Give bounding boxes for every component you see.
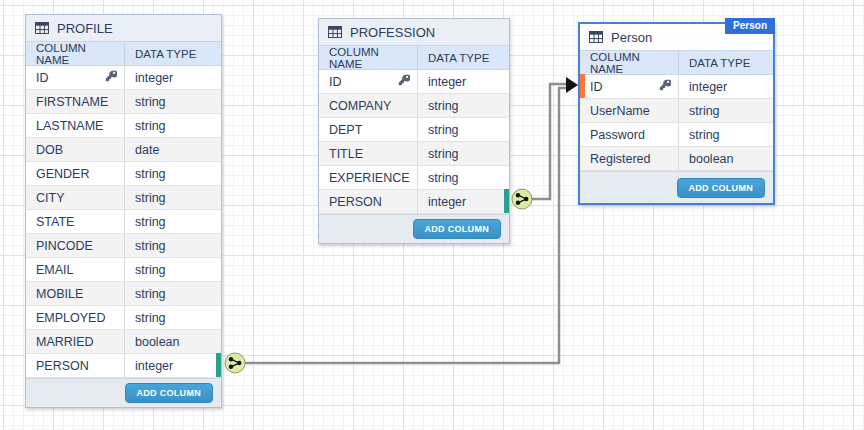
header-column-name: COLUMN NAME	[580, 51, 679, 74]
column-name: STATE	[36, 215, 74, 229]
column-name: TITLE	[329, 147, 363, 161]
table-card-profession[interactable]: PROFESSIONCOLUMN NAMEDATA TYPEIDintegerC…	[318, 18, 510, 244]
column-data-type: string	[418, 118, 509, 141]
header-data-type: DATA TYPE	[679, 51, 773, 74]
table-icon	[589, 31, 603, 43]
column-row-pincode[interactable]: PINCODEstring	[26, 234, 221, 258]
table-title-bar[interactable]: PROFILE	[26, 15, 221, 42]
table-title-bar[interactable]: PROFESSION	[319, 19, 509, 46]
column-row-dob[interactable]: DOBdate	[26, 138, 221, 162]
column-data-type: boolean	[679, 147, 773, 170]
column-name: UserName	[590, 104, 650, 118]
table-column-headers: COLUMN NAMEDATA TYPE	[319, 46, 509, 70]
column-data-type: string	[125, 210, 221, 233]
table-title: PROFESSION	[350, 25, 435, 40]
table-footer: ADD COLUMN	[26, 378, 221, 407]
column-name: PERSON	[329, 195, 382, 209]
column-row-person[interactable]: PERSONinteger	[319, 190, 509, 214]
column-data-type: string	[125, 306, 221, 329]
column-row-experience[interactable]: EXPERIENCEstring	[319, 166, 509, 190]
column-row-id[interactable]: IDinteger	[580, 75, 773, 99]
header-column-name: COLUMN NAME	[26, 42, 125, 65]
column-data-type: string	[679, 123, 773, 146]
column-data-type: integer	[125, 66, 221, 89]
column-name: DEPT	[329, 123, 362, 137]
column-data-type: date	[125, 138, 221, 161]
column-row-person[interactable]: PERSONinteger	[26, 354, 221, 378]
column-row-registered[interactable]: Registeredboolean	[580, 147, 773, 171]
column-data-type: integer	[418, 190, 509, 213]
column-name: GENDER	[36, 167, 89, 181]
column-data-type: string	[125, 258, 221, 281]
header-data-type: DATA TYPE	[125, 42, 221, 65]
column-name: FIRSTNAME	[36, 95, 108, 109]
column-row-password[interactable]: Passwordstring	[580, 123, 773, 147]
primary-key-icon	[659, 79, 671, 94]
add-column-button[interactable]: ADD COLUMN	[125, 383, 214, 403]
column-name: COMPANY	[329, 99, 391, 113]
add-column-button[interactable]: ADD COLUMN	[413, 219, 502, 239]
table-card-profile[interactable]: PROFILECOLUMN NAMEDATA TYPEIDintegerFIRS…	[25, 14, 222, 408]
column-data-type: string	[125, 282, 221, 305]
column-row-id[interactable]: IDinteger	[319, 70, 509, 94]
column-name: EXPERIENCE	[329, 171, 410, 185]
column-name: EMAIL	[36, 263, 74, 277]
foreign-key-marker[interactable]	[504, 189, 509, 213]
column-row-title[interactable]: TITLEstring	[319, 142, 509, 166]
column-name: CITY	[36, 191, 64, 205]
column-row-firstname[interactable]: FIRSTNAMEstring	[26, 90, 221, 114]
column-data-type: string	[418, 166, 509, 189]
column-data-type: string	[125, 90, 221, 113]
column-row-gender[interactable]: GENDERstring	[26, 162, 221, 186]
connector-node-profile[interactable]	[225, 353, 245, 373]
column-row-lastname[interactable]: LASTNAMEstring	[26, 114, 221, 138]
schema-canvas[interactable]: PROFILECOLUMN NAMEDATA TYPEIDintegerFIRS…	[0, 0, 864, 430]
column-row-married[interactable]: MARRIEDboolean	[26, 330, 221, 354]
relationship-arrow-icon	[566, 77, 578, 93]
foreign-key-marker[interactable]	[216, 353, 221, 377]
column-data-type: string	[125, 162, 221, 185]
column-name: Registered	[590, 152, 650, 166]
column-name: ID	[36, 71, 49, 85]
table-title: PROFILE	[57, 21, 113, 36]
table-card-person[interactable]: PersonPersonCOLUMN NAMEDATA TYPEIDintege…	[578, 22, 775, 205]
column-row-mobile[interactable]: MOBILEstring	[26, 282, 221, 306]
column-name: Password	[590, 128, 645, 142]
column-row-employed[interactable]: EMPLOYEDstring	[26, 306, 221, 330]
column-row-email[interactable]: EMAILstring	[26, 258, 221, 282]
column-data-type: string	[679, 99, 773, 122]
column-row-city[interactable]: CITYstring	[26, 186, 221, 210]
column-data-type: string	[125, 234, 221, 257]
table-footer: ADD COLUMN	[580, 171, 773, 203]
column-data-type: string	[125, 114, 221, 137]
column-data-type: boolean	[125, 330, 221, 353]
column-name: PINCODE	[36, 239, 93, 253]
connector-node-profession[interactable]	[512, 189, 532, 209]
column-row-state[interactable]: STATEstring	[26, 210, 221, 234]
column-name: DOB	[36, 143, 63, 157]
column-name: MOBILE	[36, 287, 83, 301]
add-column-button[interactable]: ADD COLUMN	[677, 178, 766, 198]
column-data-type: string	[418, 94, 509, 117]
table-column-headers: COLUMN NAMEDATA TYPE	[26, 42, 221, 66]
column-row-username[interactable]: UserNamestring	[580, 99, 773, 123]
column-data-type: string	[125, 186, 221, 209]
column-row-id[interactable]: IDinteger	[26, 66, 221, 90]
primary-key-icon	[105, 70, 117, 85]
column-name: PERSON	[36, 359, 89, 373]
header-data-type: DATA TYPE	[418, 46, 509, 69]
reference-target-marker	[580, 74, 585, 98]
table-icon	[35, 22, 49, 34]
column-row-company[interactable]: COMPANYstring	[319, 94, 509, 118]
column-row-dept[interactable]: DEPTstring	[319, 118, 509, 142]
column-name: MARRIED	[36, 335, 94, 349]
header-column-name: COLUMN NAME	[319, 46, 418, 69]
column-data-type: integer	[418, 70, 509, 93]
table-icon	[328, 26, 342, 38]
table-footer: ADD COLUMN	[319, 214, 509, 243]
table-title: Person	[611, 30, 652, 45]
relationship-line-profession-person	[531, 84, 566, 199]
primary-key-icon	[398, 74, 410, 89]
column-name: ID	[329, 75, 342, 89]
column-data-type: string	[418, 142, 509, 165]
